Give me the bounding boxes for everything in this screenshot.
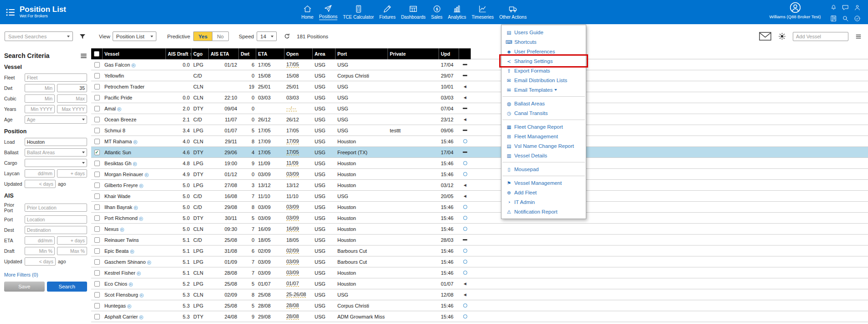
row-checkbox[interactable] <box>94 73 100 78</box>
refresh-icon[interactable] <box>284 33 290 40</box>
menu-item-mousepad[interactable]: ▯Mousepad <box>501 164 586 174</box>
laycan-input-1[interactable] <box>25 169 55 178</box>
eta-input-1[interactable] <box>25 236 55 245</box>
row-checkbox[interactable] <box>94 292 100 298</box>
row-checkbox[interactable] <box>94 139 100 144</box>
fleet-input[interactable] <box>25 73 87 82</box>
updated-input[interactable] <box>25 257 56 266</box>
row-checkbox[interactable] <box>94 226 100 232</box>
table-row-gilberto-freyre[interactable]: Gilberto Freyre◎5.0LPG27/08313/1213/12US… <box>91 180 868 191</box>
table-row-asphalt-carrier[interactable]: Asphalt Carrier◎5.3DTY24/08929/0828/08US… <box>91 311 868 322</box>
draft-input-1[interactable] <box>25 247 55 255</box>
row-checkbox[interactable] <box>94 204 100 210</box>
predictive-no-button[interactable]: No <box>212 31 229 41</box>
more-filters-link[interactable]: More Filters (0) <box>4 272 38 277</box>
table-row-atlantic-sun[interactable]: ✓Atlantic Sun4.6DTY29/06417/0517/05USGFr… <box>91 147 868 158</box>
row-checkbox[interactable] <box>94 215 100 221</box>
nav-item-fixtures[interactable]: Fixtures <box>377 0 398 24</box>
menu-item-fleet-management[interactable]: ⊞Fleet Management <box>501 131 586 141</box>
years-input-1[interactable] <box>25 105 55 113</box>
load-input[interactable] <box>25 138 87 146</box>
brightness-icon[interactable] <box>778 32 786 40</box>
column-header-open[interactable]: Open <box>284 48 313 59</box>
search-button[interactable]: Search <box>47 282 88 292</box>
menu-item-ballast-areas[interactable]: ◍Ballast Areas <box>501 99 586 108</box>
ledger-icon[interactable] <box>830 15 837 22</box>
table-row-pacific-pride[interactable]: Pacific Pride0.0CLN22:10003/0303/03USGUS… <box>91 92 868 103</box>
age-select[interactable]: Age <box>25 115 87 124</box>
add-vessel-input[interactable] <box>793 32 848 41</box>
row-checkbox[interactable] <box>94 172 100 177</box>
criteria-menu-icon[interactable] <box>80 52 87 59</box>
row-checkbox[interactable] <box>94 193 100 199</box>
table-row-besiktas-gh[interactable]: Besiktas Gh◎4.8LPG19:00911/0911/09USGHou… <box>91 158 868 169</box>
predictive-yes-button[interactable]: Yes <box>193 31 212 41</box>
menu-item-vsl-name-change-report[interactable]: ▤Vsl Name Change Report <box>501 141 586 151</box>
table-row-eco-chios[interactable]: Eco Chios◎5.2LPG25/08501/0701/07USGHoust… <box>91 278 868 289</box>
menu-item-users-guide[interactable]: ▤Users Guide <box>501 27 586 37</box>
list-icon[interactable] <box>5 7 16 17</box>
column-header-icon[interactable] <box>459 48 471 59</box>
user-account[interactable]: Williams (Q88 Broker Test) <box>765 2 825 19</box>
draft-input-2[interactable] <box>57 247 87 255</box>
row-checkbox[interactable] <box>94 117 100 122</box>
row-checkbox[interactable] <box>94 95 100 100</box>
row-checkbox[interactable] <box>94 314 100 319</box>
search-icon[interactable] <box>842 15 849 22</box>
table-row-khair-wade[interactable]: Khair Wade5.0C/D16/08711/1011/10USGUSG20… <box>91 191 868 202</box>
column-header-dwt[interactable]: Dwt <box>239 48 256 59</box>
column-header-ais_eta[interactable]: AIS ETA <box>209 48 239 59</box>
table-row-huntegas[interactable]: Huntegas◎5.3LPG25/08528/0828/08USGCorpus… <box>91 300 868 311</box>
column-header-ais_draft[interactable]: AIS Draft↑ <box>166 48 191 59</box>
nav-item-positions[interactable]: Positions <box>316 0 341 24</box>
menu-item-vessel-management[interactable]: ⚑Vessel Management <box>501 178 586 188</box>
select-all-checkbox[interactable] <box>94 51 99 57</box>
column-header-check[interactable] <box>91 48 103 59</box>
menu-item-vessel-details[interactable]: ▥Vessel Details <box>501 151 586 160</box>
cubic-input-1[interactable] <box>25 94 55 103</box>
nav-item-dashboards[interactable]: Dashboards <box>398 0 429 24</box>
menu-item-email-distribution-lists[interactable]: ✉Email Distribution Lists <box>501 75 586 85</box>
port-input[interactable] <box>25 215 87 224</box>
column-header-port[interactable]: Port <box>336 48 388 59</box>
row-checkbox[interactable] <box>94 259 100 265</box>
column-header-area[interactable]: Area <box>313 48 336 59</box>
eta-input-2[interactable] <box>57 236 87 245</box>
dwt-input-2[interactable] <box>57 84 87 92</box>
row-checkbox[interactable] <box>94 183 100 188</box>
bell-icon[interactable] <box>830 4 837 11</box>
email-icon[interactable] <box>759 32 771 41</box>
table-row-gas-falcon[interactable]: Gas Falcon◎0.0LPG01/12617/0517/05USGUSG1… <box>91 59 868 70</box>
speed-select[interactable]: 14 <box>257 31 277 41</box>
saved-searches-select[interactable]: Saved Searches <box>5 31 73 41</box>
menu-item-canal-transits[interactable]: ◷Canal Transits <box>501 108 586 118</box>
menu-item-notification-report[interactable]: ⚠Notification Report <box>501 207 586 216</box>
chat-icon[interactable] <box>842 4 849 11</box>
filter-icon[interactable] <box>79 33 86 40</box>
table-row-petrochem-trader[interactable]: Petrochem TraderCLN1925/0125/01USGUSG10/… <box>91 81 868 92</box>
nav-item-timeseries[interactable]: Timeseries <box>469 0 497 24</box>
row-checkbox[interactable] <box>94 270 100 276</box>
prior-port-input[interactable] <box>25 204 87 212</box>
nav-item-sales[interactable]: $Sales <box>429 0 445 24</box>
table-row-ocean-breeze[interactable]: Ocean Breeze2.1C/D11/07026/1226/12USGUSG… <box>91 114 868 125</box>
column-header-upd[interactable]: Upd <box>439 48 459 59</box>
years-input-2[interactable] <box>57 105 87 113</box>
user-card-icon[interactable] <box>853 4 861 11</box>
table-row-ilhan-bayrak[interactable]: Ilhan Bayrak◎5.0C/D29/08803/0903/09USGHo… <box>91 202 868 213</box>
menu-item-fleet-change-report[interactable]: ▦Fleet Change Report <box>501 122 586 131</box>
table-row-nexus[interactable]: Nexus◎5.0CLN09:30716/0916/09USGHouston15… <box>91 224 868 235</box>
table-row-mt-rahama[interactable]: MT Rahama◎4.0CLN29/11817/0917/09USGHoust… <box>91 136 868 147</box>
menu-item-it-admin[interactable]: ◔IT Admin <box>501 197 586 207</box>
ballast-select[interactable]: Ballast Areas <box>25 148 87 157</box>
save-button[interactable]: Save <box>4 282 45 292</box>
column-header-cgo[interactable]: Cgo <box>191 48 209 59</box>
table-row-scot-flensburg[interactable]: Scot Flensburg◎5.3CLN02/09825/0825-26/08… <box>91 289 868 300</box>
column-header-private[interactable]: Private <box>388 48 439 59</box>
cargo-select[interactable] <box>25 159 87 167</box>
table-row-schmui-8[interactable]: Schmui 83.4LPG01/07517/0517/05USGUSGtest… <box>91 125 868 136</box>
menu-item-sharing-settings[interactable]: ≺Sharing Settings <box>501 56 586 66</box>
table-row-morgan-reinauer[interactable]: Morgan Reinauer◎4.9DTY01/12003/0903/09US… <box>91 169 868 180</box>
row-checkbox[interactable] <box>94 281 100 287</box>
table-row-reinauer-twins[interactable]: Reinauer Twins5.1C/D25/08018/0518/05USGH… <box>91 235 868 246</box>
